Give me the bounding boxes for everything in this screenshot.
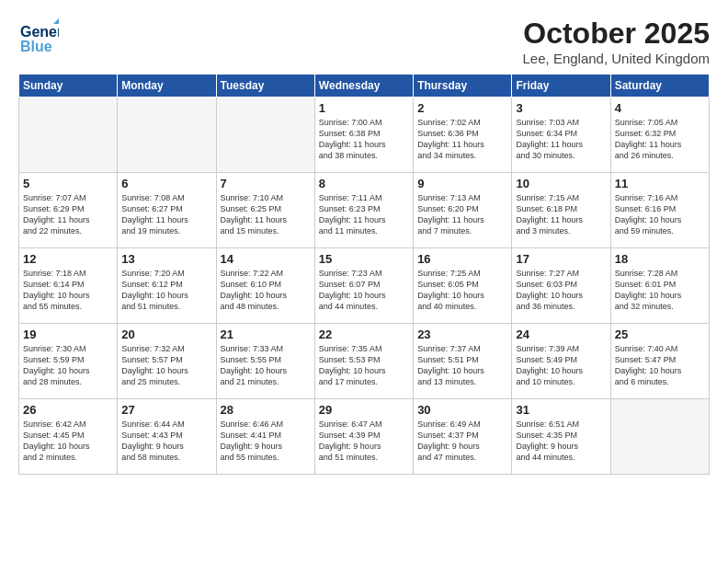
day-info: Sunrise: 7:03 AM Sunset: 6:34 PM Dayligh…	[516, 117, 606, 162]
calendar-cell: 6Sunrise: 7:08 AM Sunset: 6:27 PM Daylig…	[118, 173, 216, 248]
day-number: 23	[417, 327, 507, 341]
day-info: Sunrise: 7:16 AM Sunset: 6:16 PM Dayligh…	[615, 192, 705, 237]
calendar-cell: 5Sunrise: 7:07 AM Sunset: 6:29 PM Daylig…	[19, 173, 118, 248]
day-number: 25	[615, 327, 705, 341]
day-number: 24	[516, 327, 606, 341]
day-info: Sunrise: 7:08 AM Sunset: 6:27 PM Dayligh…	[121, 192, 211, 237]
weekday-sunday: Sunday	[19, 75, 118, 98]
day-number: 16	[417, 252, 507, 266]
calendar-cell: 12Sunrise: 7:18 AM Sunset: 6:14 PM Dayli…	[19, 248, 118, 324]
day-info: Sunrise: 7:27 AM Sunset: 6:03 PM Dayligh…	[516, 268, 606, 313]
logo-icon: General Blue	[18, 17, 59, 57]
calendar-cell: 14Sunrise: 7:22 AM Sunset: 6:10 PM Dayli…	[216, 248, 314, 324]
calendar-cell: 7Sunrise: 7:10 AM Sunset: 6:25 PM Daylig…	[216, 173, 314, 248]
day-number: 28	[221, 403, 311, 417]
weekday-tuesday: Tuesday	[216, 75, 314, 98]
calendar-cell: 20Sunrise: 7:32 AM Sunset: 5:57 PM Dayli…	[118, 324, 216, 399]
day-info: Sunrise: 6:49 AM Sunset: 4:37 PM Dayligh…	[417, 419, 507, 464]
weekday-thursday: Thursday	[414, 75, 512, 98]
day-info: Sunrise: 7:11 AM Sunset: 6:23 PM Dayligh…	[319, 192, 409, 237]
day-info: Sunrise: 7:39 AM Sunset: 5:49 PM Dayligh…	[516, 343, 606, 388]
day-number: 19	[23, 327, 113, 341]
day-info: Sunrise: 7:07 AM Sunset: 6:29 PM Dayligh…	[23, 192, 113, 237]
calendar-cell: 29Sunrise: 6:47 AM Sunset: 4:39 PM Dayli…	[314, 399, 413, 475]
calendar: SundayMondayTuesdayWednesdayThursdayFrid…	[18, 74, 710, 475]
location: Lee, England, United Kingdom	[523, 51, 710, 66]
day-info: Sunrise: 7:23 AM Sunset: 6:07 PM Dayligh…	[319, 268, 409, 313]
month-title: October 2025	[523, 17, 710, 51]
svg-marker-2	[53, 18, 59, 24]
day-number: 9	[417, 177, 507, 190]
day-number: 22	[319, 327, 409, 341]
day-number: 17	[516, 252, 606, 266]
day-info: Sunrise: 7:20 AM Sunset: 6:12 PM Dayligh…	[121, 268, 211, 313]
day-number: 12	[23, 252, 113, 266]
day-number: 15	[319, 252, 409, 266]
weekday-saturday: Saturday	[610, 75, 709, 98]
week-row-3: 19Sunrise: 7:30 AM Sunset: 5:59 PM Dayli…	[19, 324, 710, 399]
week-row-1: 5Sunrise: 7:07 AM Sunset: 6:29 PM Daylig…	[19, 173, 710, 248]
calendar-cell: 13Sunrise: 7:20 AM Sunset: 6:12 PM Dayli…	[118, 248, 216, 324]
weekday-friday: Friday	[512, 75, 610, 98]
day-number: 29	[319, 403, 409, 417]
day-number: 5	[23, 177, 113, 190]
day-info: Sunrise: 6:51 AM Sunset: 4:35 PM Dayligh…	[516, 419, 606, 464]
calendar-cell: 22Sunrise: 7:35 AM Sunset: 5:53 PM Dayli…	[314, 324, 413, 399]
calendar-cell: 19Sunrise: 7:30 AM Sunset: 5:59 PM Dayli…	[19, 324, 118, 399]
day-info: Sunrise: 7:25 AM Sunset: 6:05 PM Dayligh…	[417, 268, 507, 313]
day-info: Sunrise: 7:15 AM Sunset: 6:18 PM Dayligh…	[516, 192, 606, 237]
day-info: Sunrise: 7:10 AM Sunset: 6:25 PM Dayligh…	[221, 192, 311, 237]
day-number: 4	[615, 101, 705, 115]
day-info: Sunrise: 7:33 AM Sunset: 5:55 PM Dayligh…	[221, 343, 311, 388]
calendar-cell: 31Sunrise: 6:51 AM Sunset: 4:35 PM Dayli…	[512, 399, 610, 475]
calendar-cell: 21Sunrise: 7:33 AM Sunset: 5:55 PM Dayli…	[216, 324, 314, 399]
day-number: 30	[417, 403, 507, 417]
svg-text:Blue: Blue	[20, 39, 52, 54]
page: General Blue October 2025 Lee, England, …	[0, 0, 728, 563]
day-info: Sunrise: 7:22 AM Sunset: 6:10 PM Dayligh…	[221, 268, 311, 313]
calendar-cell: 28Sunrise: 6:46 AM Sunset: 4:41 PM Dayli…	[216, 399, 314, 475]
day-number: 13	[121, 252, 211, 266]
day-info: Sunrise: 7:32 AM Sunset: 5:57 PM Dayligh…	[121, 343, 211, 388]
calendar-cell: 15Sunrise: 7:23 AM Sunset: 6:07 PM Dayli…	[314, 248, 413, 324]
day-number: 7	[221, 177, 311, 190]
calendar-cell: 4Sunrise: 7:05 AM Sunset: 6:32 PM Daylig…	[610, 98, 709, 173]
day-number: 10	[516, 177, 606, 190]
calendar-cell: 8Sunrise: 7:11 AM Sunset: 6:23 PM Daylig…	[314, 173, 413, 248]
day-number: 6	[121, 177, 211, 190]
day-number: 8	[319, 177, 409, 190]
calendar-cell: 23Sunrise: 7:37 AM Sunset: 5:51 PM Dayli…	[414, 324, 512, 399]
day-number: 11	[615, 177, 705, 190]
week-row-4: 26Sunrise: 6:42 AM Sunset: 4:45 PM Dayli…	[19, 399, 710, 475]
weekday-header-row: SundayMondayTuesdayWednesdayThursdayFrid…	[19, 75, 710, 98]
header: General Blue October 2025 Lee, England, …	[18, 17, 710, 66]
calendar-cell: 1Sunrise: 7:00 AM Sunset: 6:38 PM Daylig…	[314, 98, 413, 173]
logo-area: General Blue	[18, 17, 59, 57]
day-info: Sunrise: 6:44 AM Sunset: 4:43 PM Dayligh…	[121, 419, 211, 464]
day-number: 31	[516, 403, 606, 417]
calendar-cell	[19, 98, 118, 173]
calendar-cell: 11Sunrise: 7:16 AM Sunset: 6:16 PM Dayli…	[610, 173, 709, 248]
calendar-cell: 17Sunrise: 7:27 AM Sunset: 6:03 PM Dayli…	[512, 248, 610, 324]
day-info: Sunrise: 7:37 AM Sunset: 5:51 PM Dayligh…	[417, 343, 507, 388]
day-number: 18	[615, 252, 705, 266]
calendar-cell: 27Sunrise: 6:44 AM Sunset: 4:43 PM Dayli…	[118, 399, 216, 475]
calendar-cell: 26Sunrise: 6:42 AM Sunset: 4:45 PM Dayli…	[19, 399, 118, 475]
day-info: Sunrise: 7:40 AM Sunset: 5:47 PM Dayligh…	[615, 343, 705, 388]
day-number: 1	[319, 101, 409, 115]
day-number: 27	[121, 403, 211, 417]
day-number: 14	[221, 252, 311, 266]
day-info: Sunrise: 7:05 AM Sunset: 6:32 PM Dayligh…	[615, 117, 705, 162]
calendar-cell	[610, 399, 709, 475]
day-info: Sunrise: 7:00 AM Sunset: 6:38 PM Dayligh…	[319, 117, 409, 162]
day-number: 26	[23, 403, 113, 417]
day-info: Sunrise: 7:18 AM Sunset: 6:14 PM Dayligh…	[23, 268, 113, 313]
day-number: 2	[417, 101, 507, 115]
day-number: 3	[516, 101, 606, 115]
day-info: Sunrise: 7:35 AM Sunset: 5:53 PM Dayligh…	[319, 343, 409, 388]
calendar-cell: 16Sunrise: 7:25 AM Sunset: 6:05 PM Dayli…	[414, 248, 512, 324]
calendar-cell: 2Sunrise: 7:02 AM Sunset: 6:36 PM Daylig…	[414, 98, 512, 173]
day-info: Sunrise: 6:42 AM Sunset: 4:45 PM Dayligh…	[23, 419, 113, 464]
calendar-cell	[216, 98, 314, 173]
calendar-cell: 3Sunrise: 7:03 AM Sunset: 6:34 PM Daylig…	[512, 98, 610, 173]
